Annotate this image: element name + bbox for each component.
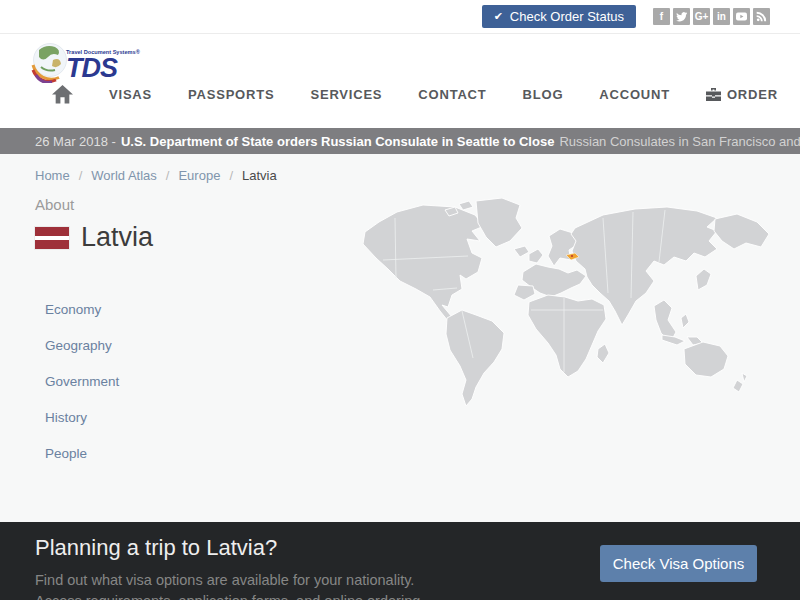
rss-icon[interactable] xyxy=(753,8,770,25)
about-label: About xyxy=(35,196,74,213)
breadcrumb-separator: / xyxy=(79,168,83,183)
googleplus-icon[interactable]: G+ xyxy=(693,8,710,25)
news-ticker[interactable]: 26 Mar 2018 - U.S. Department of State o… xyxy=(0,128,800,154)
check-icon: ✔ xyxy=(494,11,503,22)
main-navigation: VISAS PASSPORTS SERVICES CONTACT BLOG AC… xyxy=(52,85,778,104)
youtube-icon[interactable] xyxy=(733,8,750,25)
linkedin-icon[interactable]: in xyxy=(713,8,730,25)
country-heading: Latvia xyxy=(35,222,153,253)
news-headline: U.S. Department of State orders Russian … xyxy=(121,134,554,149)
nav-item-order[interactable]: ORDER xyxy=(706,87,778,102)
linkedin-glyph: in xyxy=(717,11,726,22)
breadcrumb-separator: / xyxy=(229,168,233,183)
footer-line2: Access requirements, application forms, … xyxy=(35,591,800,600)
check-visa-options-button[interactable]: Check Visa Options xyxy=(600,545,757,582)
news-teaser: Russian Consulates in San Francisco and … xyxy=(559,134,800,149)
latvia-flag-icon xyxy=(35,227,69,249)
logo-name: TDS xyxy=(66,53,118,83)
section-link-economy[interactable]: Economy xyxy=(45,302,119,317)
country-name: Latvia xyxy=(81,222,153,253)
nav-item-visas[interactable]: VISAS xyxy=(109,87,152,102)
check-order-status-label: Check Order Status xyxy=(510,9,624,24)
section-link-history[interactable]: History xyxy=(45,410,119,425)
footer-cta-band: Planning a trip to Latvia? Find out what… xyxy=(0,522,800,600)
nav-order-label: ORDER xyxy=(727,87,778,102)
home-icon xyxy=(52,85,73,104)
youtube-play-glyph xyxy=(735,11,748,22)
section-links: Economy Geography Government History Peo… xyxy=(45,302,119,461)
section-link-people[interactable]: People xyxy=(45,446,119,461)
nav-item-services[interactable]: SERVICES xyxy=(310,87,382,102)
page: ✔ Check Order Status f G+ in xyxy=(0,0,800,600)
nav-item-passports[interactable]: PASSPORTS xyxy=(188,87,274,102)
twitter-bird-glyph xyxy=(676,11,687,22)
top-utility-bar: ✔ Check Order Status f G+ in xyxy=(0,0,800,34)
map-highlight-dot xyxy=(571,255,573,257)
site-header: Travel Document Systems® TDS VISAS PASSP… xyxy=(0,35,800,128)
nav-item-account[interactable]: ACCOUNT xyxy=(599,87,670,102)
facebook-icon[interactable]: f xyxy=(653,8,670,25)
world-map xyxy=(363,198,800,413)
section-link-geography[interactable]: Geography xyxy=(45,338,119,353)
rss-glyph xyxy=(756,11,767,22)
breadcrumb-world-atlas[interactable]: World Atlas xyxy=(91,168,157,183)
nav-item-contact[interactable]: CONTACT xyxy=(418,87,486,102)
news-date: 26 Mar 2018 - xyxy=(35,134,116,149)
nav-item-blog[interactable]: BLOG xyxy=(523,87,564,102)
nav-home-button[interactable] xyxy=(52,85,73,104)
tds-logo[interactable]: Travel Document Systems® TDS xyxy=(30,39,142,87)
briefcase-icon xyxy=(706,88,721,101)
twitter-icon[interactable] xyxy=(673,8,690,25)
check-order-status-button[interactable]: ✔ Check Order Status xyxy=(482,5,636,28)
breadcrumb-europe[interactable]: Europe xyxy=(178,168,220,183)
breadcrumb-separator: / xyxy=(166,168,170,183)
breadcrumb-current: Latvia xyxy=(242,168,277,183)
section-link-government[interactable]: Government xyxy=(45,374,119,389)
breadcrumb: Home / World Atlas / Europe / Latvia xyxy=(35,168,277,183)
breadcrumb-home[interactable]: Home xyxy=(35,168,70,183)
googleplus-glyph: G+ xyxy=(695,11,709,22)
facebook-glyph: f xyxy=(660,11,663,22)
social-links: f G+ in xyxy=(653,8,770,25)
main-content: Home / World Atlas / Europe / Latvia Abo… xyxy=(0,154,800,522)
